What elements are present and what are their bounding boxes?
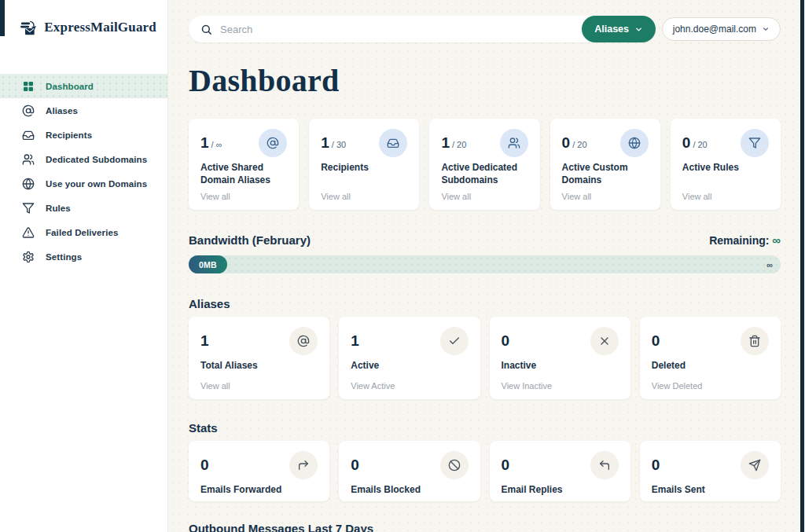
stats-card-sent: 0 Emails Sent: [640, 441, 781, 501]
search-icon: [200, 24, 212, 35]
card-limit: / ∞: [211, 140, 222, 149]
x-icon: [590, 327, 619, 355]
card-label: Deleted: [652, 360, 769, 372]
overview-card-rules: 0/ 20 Active Rules View all: [671, 119, 781, 210]
sidebar-item-label: Failed Deliveries: [46, 228, 118, 237]
sidebar-item-recipients[interactable]: Recipients: [0, 123, 167, 147]
at-sign-icon: [289, 327, 318, 355]
card-label: Active Custom Domains: [562, 162, 649, 187]
search-bar: Aliases: [189, 16, 656, 42]
sidebar-item-settings[interactable]: Settings: [0, 244, 167, 269]
filter-icon: [22, 202, 35, 215]
bandwidth-remaining: Remaining: ∞: [709, 233, 781, 247]
window-edge-notch: [0, 0, 5, 36]
at-sign-icon: [22, 105, 35, 117]
overview-card-custom-domains: 0/ 20 Active Custom Domains View all: [550, 119, 660, 210]
at-sign-icon: [259, 129, 287, 157]
account-menu[interactable]: john.doe@mail.com: [662, 17, 781, 41]
card-value: 1: [441, 134, 450, 151]
trash-icon: [741, 327, 769, 355]
card-label: Active Rules: [682, 162, 769, 174]
card-value: 1: [351, 327, 359, 355]
sidebar: ExpressMailGuard Dashboard Aliases Recip…: [0, 0, 168, 532]
stats-cards: 0 Emails Forwarded 0 Emails Blocked 0 Em…: [189, 441, 781, 501]
card-label: Total Aliases: [200, 360, 318, 372]
sidebar-item-own-domains[interactable]: Use your own Domains: [0, 171, 167, 196]
card-label: Active Shared Domain Aliases: [200, 162, 287, 187]
globe-icon: [22, 178, 35, 190]
view-active-link[interactable]: View Active: [351, 381, 468, 391]
sidebar-item-rules[interactable]: Rules: [0, 196, 167, 220]
card-value: 0: [502, 327, 510, 355]
view-all-link[interactable]: View all: [562, 192, 649, 201]
aliases-card-active: 1 Active View Active: [339, 317, 480, 399]
view-all-link[interactable]: View all: [200, 381, 318, 391]
users-icon: [500, 129, 528, 157]
remaining-label: Remaining:: [709, 234, 769, 247]
card-value: 0: [652, 451, 660, 479]
stats-card-blocked: 0 Emails Blocked: [339, 441, 480, 501]
overview-card-shared-aliases: 1/ ∞ Active Shared Domain Aliases View a…: [189, 119, 299, 210]
sidebar-item-label: Use your own Domains: [46, 179, 147, 189]
card-value: 0: [351, 451, 359, 479]
card-label: Emails Forwarded: [200, 484, 318, 497]
topbar: Aliases john.doe@mail.com: [189, 16, 781, 42]
sidebar-item-label: Settings: [46, 252, 82, 262]
view-inactive-link[interactable]: View Inactive: [502, 381, 619, 391]
view-all-link[interactable]: View all: [682, 192, 769, 201]
inbox-icon: [22, 129, 35, 141]
alert-triangle-icon: [22, 226, 35, 239]
inbox-icon: [379, 129, 407, 157]
search-input[interactable]: [212, 24, 582, 35]
sidebar-item-label: Aliases: [46, 106, 78, 116]
card-limit: / 20: [693, 140, 707, 149]
sidebar-nav: Dashboard Aliases Recipients Dedicated S…: [0, 74, 167, 269]
stats-card-forwarded: 0 Emails Forwarded: [189, 441, 329, 501]
reply-arrow-icon: [590, 451, 619, 479]
aliases-card-inactive: 0 Inactive View Inactive: [490, 317, 630, 399]
sidebar-item-label: Recipients: [46, 130, 92, 140]
bandwidth-section-header: Bandwidth (February) Remaining: ∞: [189, 233, 781, 247]
brand: ExpressMailGuard: [0, 0, 167, 41]
aliases-card-total: 1 Total Aliases View all: [189, 317, 329, 399]
card-limit: / 30: [332, 140, 346, 149]
overview-card-recipients: 1/ 30 Recipients View all: [309, 119, 419, 210]
card-value: 0: [200, 451, 209, 479]
chevron-down-icon: [634, 25, 643, 34]
chevron-down-icon: [762, 25, 770, 33]
sidebar-item-label: Rules: [46, 204, 71, 213]
sidebar-item-aliases[interactable]: Aliases: [0, 98, 167, 123]
sidebar-item-dashboard[interactable]: Dashboard: [0, 74, 167, 98]
sidebar-item-dedicated-subdomains[interactable]: Dedicated Subdomains: [0, 147, 167, 171]
card-label: Recipients: [321, 162, 407, 174]
filter-icon: [741, 129, 769, 157]
aliases-cards: 1 Total Aliases View all 1 Active View A…: [189, 317, 781, 399]
sidebar-item-failed-deliveries[interactable]: Failed Deliveries: [0, 220, 167, 244]
sidebar-item-label: Dedicated Subdomains: [46, 155, 147, 164]
card-label: Emails Sent: [652, 484, 769, 497]
bandwidth-progress-bar: 0MB ∞: [189, 255, 781, 273]
globe-icon: [620, 129, 649, 157]
view-deleted-link[interactable]: View Deleted: [652, 381, 769, 391]
forward-arrow-icon: [289, 451, 318, 479]
view-all-link[interactable]: View all: [441, 192, 527, 201]
card-label: Active Dedicated Subdomains: [441, 162, 527, 187]
card-value: 1: [321, 134, 329, 151]
card-label: Emails Blocked: [351, 484, 468, 497]
view-all-link[interactable]: View all: [321, 192, 407, 201]
aliases-button-label: Aliases: [594, 24, 629, 35]
aliases-new-button[interactable]: Aliases: [582, 16, 656, 42]
brand-name: ExpressMailGuard: [44, 20, 156, 35]
remaining-value: ∞: [772, 233, 781, 247]
card-value: 1: [200, 327, 209, 355]
aliases-title: Aliases: [189, 297, 230, 310]
stats-card-replies: 0 Email Replies: [490, 441, 630, 501]
bandwidth-used-pill: 0MB: [189, 255, 227, 273]
card-value: 1: [200, 134, 209, 151]
scrollbar[interactable]: [800, 0, 804, 532]
view-all-link[interactable]: View all: [200, 192, 287, 201]
account-email: john.doe@mail.com: [673, 24, 756, 35]
gear-icon: [22, 251, 35, 263]
card-label: Active: [351, 360, 468, 372]
overview-cards: 1/ ∞ Active Shared Domain Aliases View a…: [189, 119, 781, 210]
